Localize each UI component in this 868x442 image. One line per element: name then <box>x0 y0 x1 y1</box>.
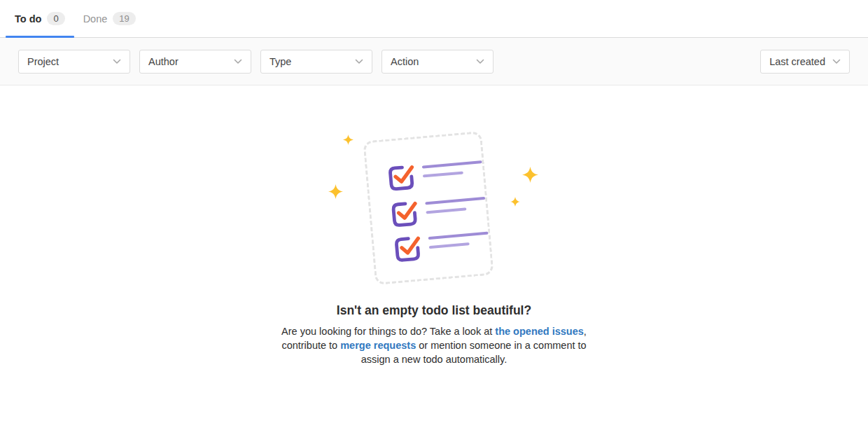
type-filter-dropdown[interactable]: Type <box>260 50 372 74</box>
todo-paper <box>363 131 493 285</box>
todo-row <box>385 156 484 196</box>
empty-state-title: Isn't an empty todo list beautiful? <box>0 303 868 318</box>
checked-checkbox-icon <box>385 161 417 195</box>
type-filter-label: Type <box>270 56 291 67</box>
chevron-down-icon <box>476 59 484 64</box>
author-filter-label: Author <box>148 56 178 67</box>
todo-row <box>391 227 490 268</box>
checked-checkbox-icon <box>391 233 424 267</box>
action-filter-dropdown[interactable]: Action <box>382 50 493 74</box>
text-line <box>429 242 470 249</box>
sparkle-icon <box>510 197 520 209</box>
chevron-down-icon <box>832 59 841 64</box>
sort-dropdown-label: Last created <box>769 56 825 67</box>
empty-state-description: Are you looking for things to do? Take a… <box>0 324 868 366</box>
active-tab-indicator <box>6 36 74 38</box>
checked-checkbox-icon <box>388 198 421 232</box>
text-line <box>422 160 482 168</box>
todo-list-illustration <box>322 125 546 294</box>
sort-dropdown[interactable]: Last created <box>760 50 850 74</box>
sparkle-icon <box>522 167 538 186</box>
description-line: Are you looking for things to do? Take a… <box>0 324 868 338</box>
text-line <box>423 171 463 177</box>
tab-todo[interactable]: To do 0 <box>6 0 74 37</box>
project-filter-label: Project <box>27 56 59 67</box>
sparkle-icon <box>328 184 343 202</box>
empty-state: Isn't an empty todo list beautiful? Are … <box>0 85 868 366</box>
todos-tab-bar: To do 0 Done 19 <box>0 0 868 38</box>
sparkle-icon <box>343 134 354 148</box>
action-filter-label: Action <box>391 56 419 67</box>
author-filter-dropdown[interactable]: Author <box>139 50 251 74</box>
todo-text-lines <box>428 232 489 249</box>
description-text: contribute to <box>281 340 340 351</box>
tab-todo-label: To do <box>15 13 41 25</box>
filter-bar: Project Author Type Action Last created <box>0 38 868 85</box>
tab-done-label: Done <box>83 13 108 25</box>
tab-todo-count-badge: 0 <box>47 12 64 25</box>
description-line: assign a new todo automatically. <box>0 352 868 366</box>
project-filter-dropdown[interactable]: Project <box>18 50 130 74</box>
tab-done-count-badge: 19 <box>113 12 135 25</box>
opened-issues-link[interactable]: the opened issues <box>495 326 584 337</box>
description-text: , <box>584 326 587 337</box>
merge-requests-link[interactable]: merge requests <box>340 340 416 351</box>
description-text: Are you looking for things to do? Take a… <box>281 326 495 337</box>
text-line <box>425 197 485 205</box>
todo-row <box>388 192 487 233</box>
text-line <box>426 207 466 214</box>
todo-text-lines <box>425 197 486 214</box>
description-text: or mention someone in a comment to <box>416 340 586 351</box>
description-line: contribute to merge requests or mention … <box>0 338 868 352</box>
todo-text-lines <box>422 160 483 177</box>
text-line <box>428 232 489 240</box>
tab-done[interactable]: Done 19 <box>74 0 145 37</box>
chevron-down-icon <box>113 59 121 64</box>
chevron-down-icon <box>355 59 363 64</box>
chevron-down-icon <box>234 59 242 64</box>
